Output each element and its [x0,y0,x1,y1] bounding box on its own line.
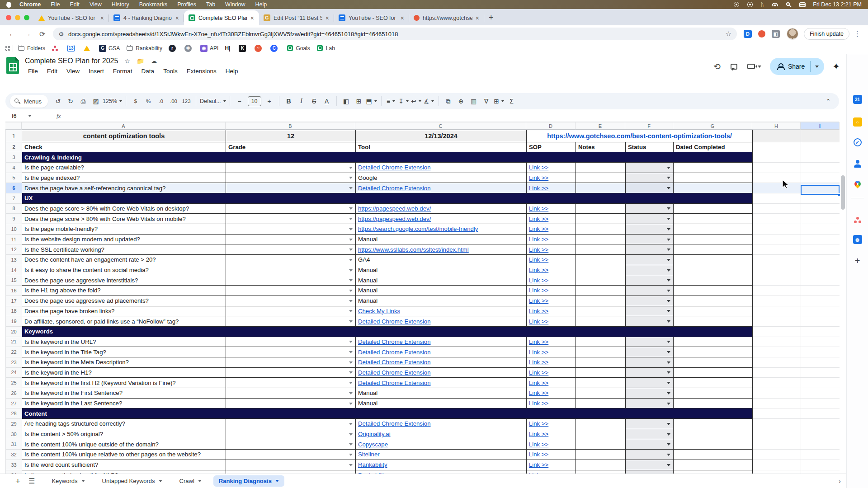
cell-dated[interactable] [674,347,753,357]
browser-tab-1[interactable]: YouTube - SEO for 2025: The× [34,10,109,25]
cell-tool[interactable]: Manual [356,234,527,244]
cell-check[interactable]: Is the keyword in the first H2 (Keyword … [22,378,226,388]
side-panel-contacts-icon[interactable] [852,158,863,169]
row-header-15[interactable]: 15 [6,275,22,286]
dropdown-chevron-icon[interactable] [667,290,670,292]
cell-sop-link[interactable]: Link >> [527,275,576,286]
cell-tool[interactable]: https://pagespeed.web.dev/ [356,203,527,214]
sop-link[interactable]: Link >> [529,216,548,222]
cell-grade-dropdown[interactable] [226,398,356,408]
menubar-item-view[interactable]: View [90,1,102,8]
cell-dated[interactable] [674,450,753,460]
toolbar-redo[interactable]: ↻ [65,95,76,107]
row-header-6[interactable]: 6 [6,183,22,193]
cell-tool[interactable]: Rankability [356,460,527,470]
toolbar-font-size-increase[interactable]: + [264,95,275,107]
sop-link[interactable]: Link >> [529,420,548,427]
sop-link[interactable]: Link >> [529,441,548,448]
sop-link[interactable]: Link >> [529,277,548,284]
cell-notes[interactable] [576,234,626,244]
dropdown-chevron-icon[interactable] [667,177,670,179]
cell-sop-link[interactable]: Link >> [527,265,576,275]
column-header-C[interactable]: C [355,122,526,130]
cell-sop-link[interactable]: Link >> [527,460,576,470]
sheet-tab-untapped-keywords[interactable]: Untapped Keywords [97,475,168,487]
cell-h[interactable] [753,244,801,255]
cell-i[interactable] [801,450,840,460]
star-icon[interactable]: ☆ [124,57,130,65]
dropdown-chevron-icon[interactable] [349,341,353,343]
cell-grade-dropdown[interactable] [226,162,356,173]
add-sheet-icon[interactable]: + [15,476,20,486]
row-header-27[interactable]: 27 [6,398,22,408]
toolbar-percent[interactable]: % [142,95,154,107]
toolbar-font-family[interactable]: Defaul... [200,95,226,107]
new-tab-button[interactable]: + [484,13,498,25]
cell-status-dropdown[interactable] [626,378,674,388]
toolbar-more-formats[interactable]: 123 [180,95,192,107]
cell-notes[interactable] [576,306,626,316]
sop-link[interactable]: Link >> [529,297,548,304]
dropdown-chevron-icon[interactable] [667,320,670,323]
toolbar-undo[interactable]: ↺ [52,95,64,107]
version-history-icon[interactable]: ⟲ [713,61,721,72]
sop-link[interactable]: Link >> [529,246,548,253]
cell-grade-dropdown[interactable] [226,419,356,429]
cell-sop-link[interactable]: Link >> [527,173,576,183]
cell-i[interactable] [801,162,840,173]
cell-h[interactable] [753,214,801,224]
tab-close-icon[interactable]: × [474,14,481,22]
cell-tool[interactable]: Copyscape [356,439,527,450]
cell-grade-dropdown[interactable] [226,275,356,286]
cell-i[interactable] [801,388,840,399]
cell-tool[interactable]: Detailed Chrome Extension [356,347,527,357]
url-text[interactable]: docs.google.com/spreadsheets/d/1XStJWkwE… [68,31,725,38]
cell-sop-link[interactable]: Link >> [527,286,576,296]
gemini-sparkle-icon[interactable]: ✦ [832,61,840,72]
cell-h[interactable] [753,460,801,470]
column-header-G[interactable]: G [673,122,752,130]
cell-notes[interactable] [576,275,626,286]
cell-dated[interactable] [674,183,753,193]
row-header-11[interactable]: 11 [6,234,22,244]
cell-h[interactable] [753,162,801,173]
toolbar-insert-comment[interactable]: ⊕ [455,95,467,107]
cell-sop-link[interactable]: Link >> [527,306,576,316]
cell-check[interactable]: Is the keyword in the URL? [22,337,226,347]
sheets-menu-format[interactable]: Format [110,67,136,75]
cell-h[interactable] [753,388,801,399]
toolbar-collapse-icon[interactable]: ⌃ [822,95,834,107]
menubar-item-help[interactable]: Help [255,1,267,8]
cell-dated[interactable] [674,316,753,327]
dropdown-chevron-icon[interactable] [667,351,670,353]
cell-dated[interactable] [674,234,753,244]
toolbar-functions[interactable]: Σ [506,95,518,107]
dropdown-chevron-icon[interactable] [349,239,353,241]
toolbar-table-views[interactable]: ⊞ [493,95,505,107]
toolbar-font-size-decrease[interactable]: − [234,95,245,107]
dropdown-chevron-icon[interactable] [667,207,670,210]
row-header-7[interactable]: 7 [6,193,22,203]
cell-status-dropdown[interactable] [626,296,674,306]
sop-link[interactable]: Link >> [529,349,548,356]
cell-grade-dropdown[interactable] [226,450,356,460]
dropdown-chevron-icon[interactable] [349,269,353,272]
back-icon[interactable]: ← [5,30,20,38]
cell-grade-dropdown[interactable] [226,173,356,183]
row-header-14[interactable]: 14 [6,265,22,275]
sheet-tab-caret-icon[interactable] [198,480,202,482]
cell-h[interactable] [753,234,801,244]
cell-dated[interactable] [674,296,753,306]
header-cell-grade[interactable]: Grade [226,142,356,152]
cell-notes[interactable] [576,429,626,439]
cell-grade-dropdown[interactable] [226,214,356,224]
cell-d1-merged[interactable]: https://www.gotchseo.com/best-content-op… [527,130,753,142]
cell-sop-link[interactable]: Link >> [527,419,576,429]
bookmark-tridots[interactable] [52,45,61,52]
header-cell-check[interactable]: Check [22,142,226,152]
cell-sop-link[interactable]: Link >> [527,367,576,378]
bookmark-circ[interactable]: ✻ [184,45,194,52]
menubar-item-tab[interactable]: Tab [206,1,215,8]
browser-tab-6[interactable]: https://www.gotchseo.com/b× [409,10,484,25]
tool-link[interactable]: Originality.ai [358,431,391,437]
